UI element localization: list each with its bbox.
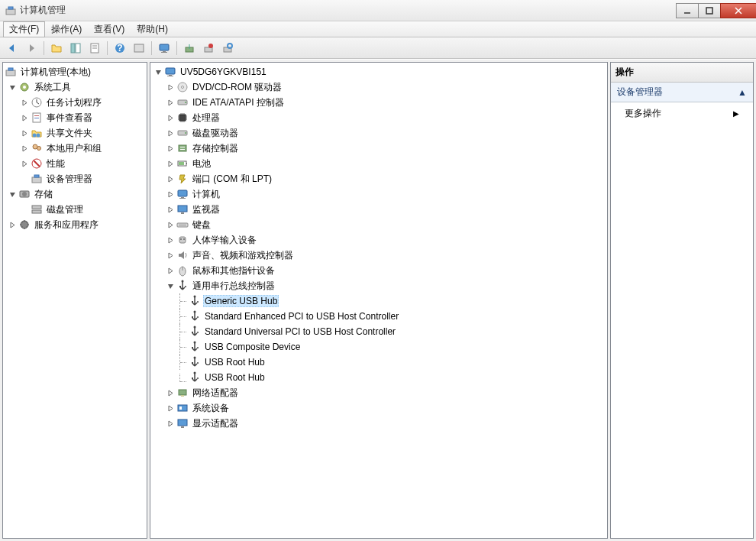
svg-rect-49 [706,8,712,14]
computer-root-node[interactable]: UV5DG6YGKVBI151 [150,64,607,79]
computers-node[interactable]: 计算机 [150,186,607,202]
actions-section[interactable]: 设备管理器 ▲ [611,83,753,102]
usb-controllers-node[interactable]: 通用串行总线控制器 [150,278,607,293]
network-icon [176,387,189,399]
usb-composite[interactable]: USB Composite Device [150,339,607,355]
performance-node[interactable]: 性能 [3,156,147,171]
disk-drive-icon [176,127,189,139]
usb-device-icon [189,326,201,338]
tree-root[interactable]: 计算机管理(本地) [3,64,147,79]
more-actions[interactable]: 更多操作 ▶ [611,102,753,125]
actions-panel: 操作 设备管理器 ▲ 更多操作 ▶ [610,62,754,539]
usb-std-enhanced[interactable]: Standard Enhanced PCI to USB Host Contro… [150,309,607,324]
device-manager-node[interactable]: 设备管理器 [3,171,147,186]
usb-device-icon [189,371,201,384]
services-apps-node[interactable]: 服务和应用程序 [3,217,147,232]
ports-node[interactable]: 端口 (COM 和 LPT) [150,171,607,186]
forward-button[interactable] [22,40,40,57]
monitor-icon [176,203,189,215]
storage-icon [18,188,31,200]
computer-mgmt-icon [5,66,17,78]
show-hide-tree-button[interactable] [66,40,85,57]
help-button[interactable]: ? [111,40,129,57]
cpu-node[interactable]: 处理器 [150,110,607,125]
menu-action[interactable]: 操作(A) [45,21,88,37]
usb-icon [176,280,189,292]
svg-rect-51 [76,44,80,53]
svg-point-60 [208,44,213,48]
scan-hardware-button[interactable] [155,40,173,57]
expander-closed-icon[interactable] [20,98,29,107]
usb-root-hub-2[interactable]: USB Root Hub [150,370,607,385]
toolbar-btn-1[interactable] [130,40,148,57]
mice-node[interactable]: 鼠标和其他指针设备 [150,263,607,278]
clock-icon [31,96,43,109]
svg-point-62 [228,44,232,48]
display-node[interactable]: 显示适配器 [150,416,607,431]
usb-root-hub-1[interactable]: USB Root Hub [150,355,607,370]
hid-node[interactable]: 人体学输入设备 [150,232,607,248]
menu-help[interactable]: 帮助(H) [131,21,174,37]
usb-device-icon [189,341,201,353]
svg-rect-50 [71,44,75,53]
event-viewer-node[interactable]: 事件查看器 [3,110,147,125]
menu-file[interactable]: 文件(F) [3,21,45,37]
actions-header: 操作 [611,63,753,83]
back-button[interactable] [3,40,21,57]
performance-icon [31,157,43,170]
sound-node[interactable]: 声音、视频和游戏控制器 [150,248,607,263]
system-devices-node[interactable]: 系统设备 [150,400,607,416]
local-users-node[interactable]: 本地用户和组 [3,141,147,156]
svg-text:?: ? [117,43,122,53]
shared-folders-node[interactable]: 共享文件夹 [3,125,147,141]
disable-button[interactable] [199,40,218,57]
keyboard-icon [176,219,189,231]
port-icon [176,173,189,185]
storage-node[interactable]: 存储 [3,186,147,202]
disk-drives-node[interactable]: 磁盘驱动器 [150,125,607,141]
menubar: 文件(F) 操作(A) 查看(V) 帮助(H) [0,21,756,37]
monitors-node[interactable]: 监视器 [150,202,607,217]
up-button[interactable] [47,40,66,57]
services-icon [18,219,31,231]
network-node[interactable]: 网络适配器 [150,385,607,400]
disk-mgmt-icon [31,203,43,215]
device-manager-icon [31,173,43,185]
usb-device-icon [189,356,201,368]
maximize-button[interactable] [698,3,721,18]
ide-node[interactable]: IDE ATA/ATAPI 控制器 [150,95,607,110]
collapse-icon: ▲ [738,87,747,98]
app-icon [5,5,17,17]
battery-node[interactable]: 电池 [150,156,607,171]
close-button[interactable] [720,3,756,18]
actions-section-label: 设备管理器 [617,86,663,99]
keyboards-node[interactable]: 键盘 [150,217,607,232]
disk-mgmt-node[interactable]: 磁盘管理 [3,202,147,217]
more-actions-label: 更多操作 [625,107,661,120]
system-tools-node[interactable]: 系统工具 [3,79,147,95]
svg-rect-57 [134,44,144,52]
enable-button[interactable] [180,40,199,57]
menu-view[interactable]: 查看(V) [88,21,131,37]
users-icon [31,142,43,154]
properties-button[interactable] [86,40,104,57]
cpu-icon [176,112,189,124]
system-dev-icon [176,402,189,414]
gear-icon [18,81,31,93]
minimize-button[interactable] [676,3,699,18]
dvd-node[interactable]: DVD/CD-ROM 驱动器 [150,79,607,95]
computer-cat-icon [176,188,189,200]
usb-device-icon [189,310,201,322]
uninstall-button[interactable] [218,40,237,57]
usb-std-universal[interactable]: Standard Universal PCI to USB Host Contr… [150,324,607,339]
event-icon [31,112,43,124]
usb-generic-hub[interactable]: Generic USB Hub [150,293,607,309]
task-scheduler-node[interactable]: 任务计划程序 [3,95,147,110]
storage-ctrl-node[interactable]: 存储控制器 [150,141,607,156]
expander-open-icon[interactable] [8,83,17,92]
left-tree-panel: 计算机管理(本地) 系统工具 任务计划程序 [2,62,147,539]
window-title: 计算机管理 [20,4,66,17]
storage-ctrl-icon [176,142,189,154]
display-icon [176,417,189,429]
center-tree-panel: UV5DG6YGKVBI151 DVD/CD-ROM 驱动器 IDE ATA/A… [150,62,608,539]
